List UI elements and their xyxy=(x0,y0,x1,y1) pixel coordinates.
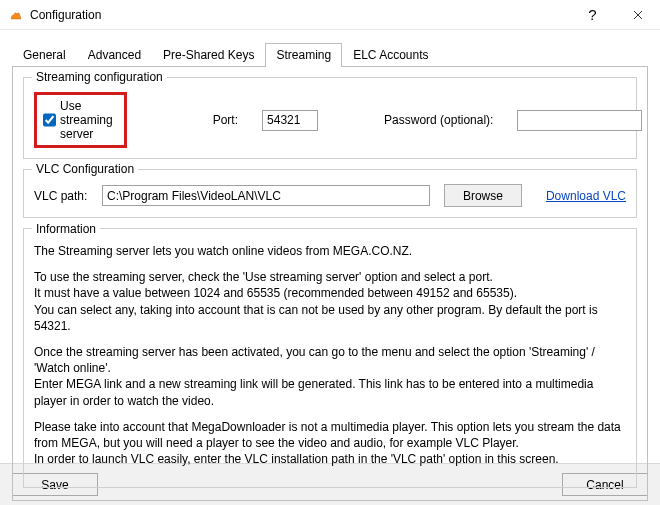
password-input[interactable] xyxy=(517,110,642,131)
tabstrip: General Advanced Pre-Shared Keys Streami… xyxy=(12,42,648,66)
highlight-use-streaming: Use streaming server xyxy=(34,92,127,148)
info-paragraph: The Streaming server lets you watch onli… xyxy=(34,243,626,259)
tab-elc-accounts[interactable]: ELC Accounts xyxy=(342,43,439,67)
browse-button[interactable]: Browse xyxy=(444,184,522,207)
app-icon xyxy=(8,7,24,23)
titlebar: Configuration ? xyxy=(0,0,660,30)
help-button[interactable]: ? xyxy=(570,0,615,30)
tab-pre-shared-keys[interactable]: Pre-Shared Keys xyxy=(152,43,265,67)
port-input[interactable] xyxy=(262,110,318,131)
vlc-path-label: VLC path: xyxy=(34,189,96,203)
tab-streaming[interactable]: Streaming xyxy=(265,43,342,67)
window-title: Configuration xyxy=(30,8,101,22)
tab-panel-streaming: Streaming configuration Use streaming se… xyxy=(12,66,648,501)
close-button[interactable] xyxy=(615,0,660,30)
info-paragraph: Please take into account that MegaDownlo… xyxy=(34,419,626,468)
group-vlc-config: VLC Configuration VLC path: Browse Downl… xyxy=(23,169,637,218)
port-label: Port: xyxy=(213,113,238,127)
tab-advanced[interactable]: Advanced xyxy=(77,43,152,67)
group-legend: VLC Configuration xyxy=(32,162,138,176)
group-legend: Streaming configuration xyxy=(32,70,167,84)
group-streaming-config: Streaming configuration Use streaming se… xyxy=(23,77,637,159)
group-legend: Information xyxy=(32,221,100,237)
vlc-path-input[interactable] xyxy=(102,185,430,206)
use-streaming-checkbox[interactable] xyxy=(43,113,56,127)
tab-general[interactable]: General xyxy=(12,43,77,67)
use-streaming-label[interactable]: Use streaming server xyxy=(60,99,114,141)
download-vlc-link[interactable]: Download VLC xyxy=(546,189,626,203)
group-information: Information The Streaming server lets yo… xyxy=(23,228,637,488)
info-paragraph: Once the streaming server has been activ… xyxy=(34,344,626,409)
info-paragraph: To use the streaming server, check the '… xyxy=(34,269,626,334)
password-label: Password (optional): xyxy=(384,113,493,127)
